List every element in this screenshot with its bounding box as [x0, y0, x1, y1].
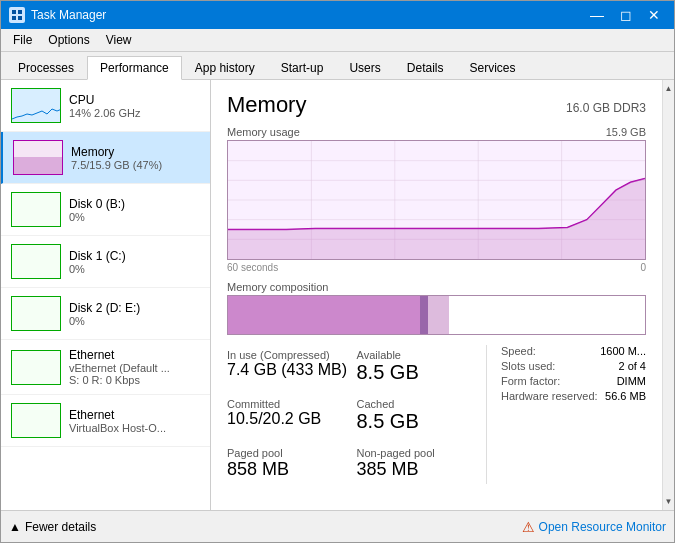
available-value: 8.5 GB [357, 361, 479, 384]
svg-marker-21 [228, 178, 645, 259]
eth1-sub2: S: 0 R: 0 Kbps [69, 374, 170, 386]
inuse-label: In use (Compressed) [227, 349, 349, 361]
main-panel: Memory 16.0 GB DDR3 Memory usage 15.9 GB [211, 80, 662, 510]
main-scrollbar[interactable]: ▲ ▼ [662, 80, 674, 510]
eth1-title: Ethernet [69, 348, 170, 362]
committed-value: 10.5/20.2 GB [227, 410, 349, 428]
eth2-mini-graph [11, 403, 61, 438]
nonpaged-value: 385 MB [357, 459, 479, 480]
detail-slots: Slots used: 2 of 4 [501, 360, 646, 372]
cached-value: 8.5 GB [357, 410, 479, 433]
details-panel: Speed: 1600 M... Slots used: 2 of 4 Form… [486, 345, 646, 484]
stat-available: Available 8.5 GB [357, 345, 487, 388]
page-title: Memory [227, 92, 306, 118]
menu-view[interactable]: View [98, 31, 140, 49]
sidebar-item-disk0[interactable]: Disk 0 (B:) 0% [1, 184, 210, 236]
disk0-mini-graph [11, 192, 61, 227]
tab-details[interactable]: Details [394, 56, 457, 79]
bottom-bar: ▲ Fewer details ⚠ Open Resource Monitor [1, 510, 674, 542]
eth2-sub1: VirtualBox Host-O... [69, 422, 166, 434]
stat-committed: Committed 10.5/20.2 GB [227, 394, 357, 437]
svg-rect-2 [12, 16, 16, 20]
svg-rect-10 [12, 351, 61, 385]
memory-mini-graph [13, 140, 63, 175]
menu-bar: File Options View [1, 29, 674, 52]
menu-file[interactable]: File [5, 31, 40, 49]
memory-spec: 16.0 GB DDR3 [566, 101, 646, 115]
sidebar-item-eth1[interactable]: Ethernet vEthernet (Default ... S: 0 R: … [1, 340, 210, 395]
scroll-up-arrow[interactable]: ▲ [663, 82, 674, 95]
scroll-down-arrow[interactable]: ▼ [663, 495, 674, 508]
stat-paged: Paged pool 858 MB [227, 443, 357, 484]
disk0-title: Disk 0 (B:) [69, 197, 125, 211]
app-icon [9, 7, 25, 23]
tab-processes[interactable]: Processes [5, 56, 87, 79]
close-button[interactable]: ✕ [642, 5, 666, 25]
svg-rect-8 [12, 245, 61, 279]
minimize-button[interactable]: — [584, 5, 610, 25]
disk2-mini-graph [11, 296, 61, 331]
disk2-label: Disk 2 (D: E:) 0% [69, 301, 140, 327]
cpu-label: CPU 14% 2.06 GHz [69, 93, 141, 119]
disk2-sub: 0% [69, 315, 140, 327]
disk1-label: Disk 1 (C:) 0% [69, 249, 126, 275]
eth1-mini-graph [11, 350, 61, 385]
memory-label: Memory 7.5/15.9 GB (47%) [71, 145, 162, 171]
restore-button[interactable]: ◻ [614, 5, 638, 25]
task-manager-window: Task Manager — ◻ ✕ File Options View Pro… [0, 0, 675, 543]
disk0-label: Disk 0 (B:) 0% [69, 197, 125, 223]
cached-label: Cached [357, 398, 479, 410]
eth2-label: Ethernet VirtualBox Host-O... [69, 408, 166, 434]
svg-rect-11 [12, 404, 61, 438]
svg-rect-6 [14, 157, 63, 175]
sidebar-item-disk2[interactable]: Disk 2 (D: E:) 0% [1, 288, 210, 340]
content-area: CPU 14% 2.06 GHz Memory 7.5/15.9 GB (47%… [1, 80, 674, 510]
title-bar-left: Task Manager [9, 7, 106, 23]
detail-form: Form factor: DIMM [501, 375, 646, 387]
open-resource-monitor-link[interactable]: ⚠ Open Resource Monitor [522, 519, 666, 535]
paged-value: 858 MB [227, 459, 349, 480]
svg-rect-3 [18, 16, 22, 20]
detail-hwreserved: Hardware reserved: 56.6 MB [501, 390, 646, 402]
usage-chart-label: Memory usage 15.9 GB [227, 126, 646, 138]
tab-performance[interactable]: Performance [87, 56, 182, 80]
tab-users[interactable]: Users [336, 56, 393, 79]
svg-rect-7 [12, 193, 61, 227]
composition-section: Memory composition [227, 281, 646, 335]
detail-speed: Speed: 1600 M... [501, 345, 646, 357]
committed-label: Committed [227, 398, 349, 410]
usage-chart [227, 140, 646, 260]
eth2-title: Ethernet [69, 408, 166, 422]
cpu-title: CPU [69, 93, 141, 107]
main-header: Memory 16.0 GB DDR3 [227, 92, 646, 118]
sidebar-item-cpu[interactable]: CPU 14% 2.06 GHz [1, 80, 210, 132]
stats-row2: Committed 10.5/20.2 GB Cached 8.5 GB [227, 394, 486, 437]
tab-services[interactable]: Services [456, 56, 528, 79]
title-bar-controls: — ◻ ✕ [584, 5, 666, 25]
composition-bar [227, 295, 646, 335]
monitor-icon: ⚠ [522, 519, 535, 535]
tab-apphistory[interactable]: App history [182, 56, 268, 79]
chevron-down-icon: ▲ [9, 520, 21, 534]
sidebar-item-disk1[interactable]: Disk 1 (C:) 0% [1, 236, 210, 288]
available-label: Available [357, 349, 479, 361]
fewer-details-button[interactable]: ▲ Fewer details [9, 520, 96, 534]
window-title: Task Manager [31, 8, 106, 22]
cpu-sub: 14% 2.06 GHz [69, 107, 141, 119]
svg-rect-0 [12, 10, 16, 14]
nonpaged-label: Non-paged pool [357, 447, 479, 459]
stat-inuse: In use (Compressed) 7.4 GB (433 MB) [227, 345, 357, 388]
disk0-sub: 0% [69, 211, 125, 223]
disk2-title: Disk 2 (D: E:) [69, 301, 140, 315]
tab-startup[interactable]: Start-up [268, 56, 337, 79]
memory-usage-section: Memory usage 15.9 GB [227, 126, 646, 273]
memory-sub: 7.5/15.9 GB (47%) [71, 159, 162, 171]
sidebar-item-eth2[interactable]: Ethernet VirtualBox Host-O... [1, 395, 210, 447]
sidebar-item-memory[interactable]: Memory 7.5/15.9 GB (47%) [1, 132, 210, 184]
sidebar: CPU 14% 2.06 GHz Memory 7.5/15.9 GB (47%… [1, 80, 211, 510]
composition-label: Memory composition [227, 281, 646, 293]
comp-in-use [228, 296, 420, 334]
stats-row3: Paged pool 858 MB Non-paged pool 385 MB [227, 443, 486, 484]
menu-options[interactable]: Options [40, 31, 97, 49]
cpu-mini-graph [11, 88, 61, 123]
